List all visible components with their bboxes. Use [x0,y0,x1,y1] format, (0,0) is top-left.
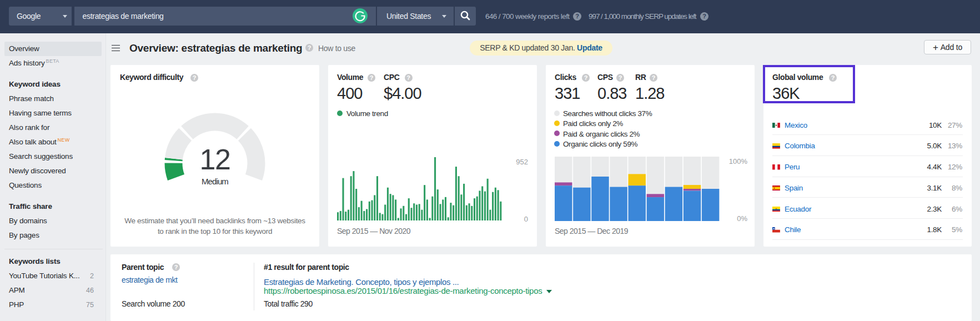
svg-text:★: ★ [772,227,775,230]
